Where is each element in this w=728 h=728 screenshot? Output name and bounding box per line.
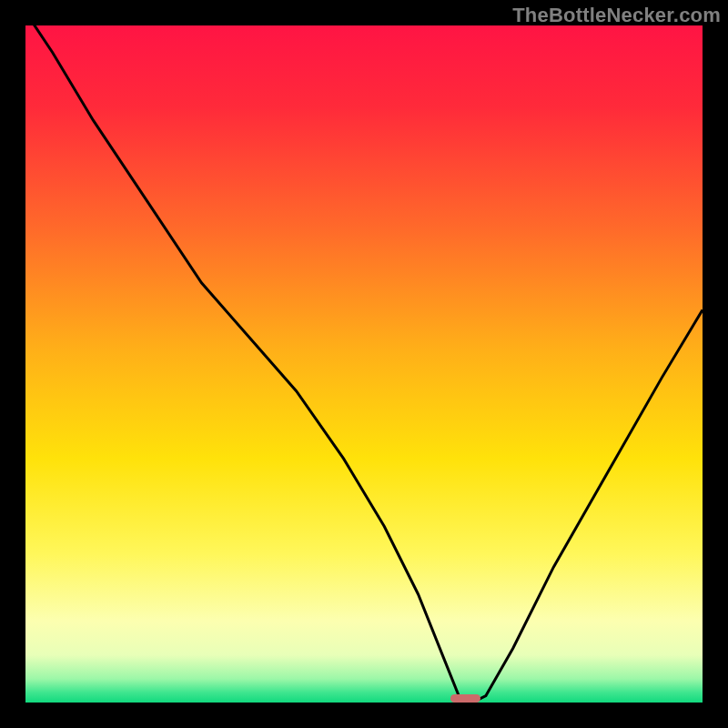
chart-frame: TheBottleNecker.com bbox=[0, 0, 728, 728]
curve-path bbox=[25, 25, 703, 703]
watermark-text: TheBottleNecker.com bbox=[512, 4, 721, 27]
optimal-point-marker bbox=[450, 694, 480, 703]
plot-area bbox=[25, 25, 703, 703]
bottleneck-curve bbox=[25, 25, 703, 703]
